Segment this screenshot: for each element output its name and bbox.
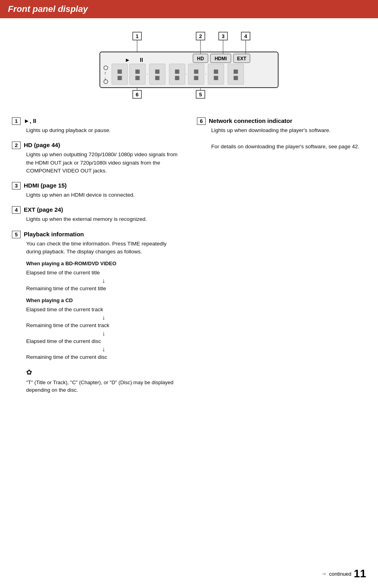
svg-text:.: . bbox=[185, 70, 187, 76]
section-3-header: 3 HDMI (page 15) bbox=[12, 182, 181, 190]
svg-rect-24 bbox=[149, 64, 165, 84]
svg-text:↓: ↓ bbox=[104, 76, 107, 80]
svg-text:.: . bbox=[205, 70, 206, 76]
section-2-title: HD (page 44) bbox=[24, 142, 60, 148]
svg-text:▐█▌: ▐█▌ bbox=[174, 69, 180, 74]
diagram-container: 1 2 3 4 ► II HD HDMI bbox=[12, 26, 366, 105]
bdrom-item-2: Remaining time of the current title bbox=[26, 285, 181, 293]
front-panel-diagram: 1 2 3 4 ► II HD HDMI bbox=[74, 30, 304, 102]
svg-rect-17 bbox=[112, 64, 128, 84]
arrow-down-3: ↓ bbox=[26, 330, 181, 337]
section-2: 2 HD (page 44) Lights up when outputting… bbox=[12, 142, 181, 175]
svg-text:▐█▌: ▐█▌ bbox=[193, 76, 199, 80]
svg-text:2: 2 bbox=[199, 33, 202, 39]
svg-text:4: 4 bbox=[244, 33, 247, 39]
svg-text:▐█▌: ▐█▌ bbox=[213, 76, 219, 80]
svg-text:▐█▌: ▐█▌ bbox=[233, 69, 239, 74]
section-5: 5 Playback information You can check the… bbox=[12, 231, 181, 394]
main-content: 1 2 3 4 ► II HD HDMI bbox=[0, 26, 378, 401]
svg-rect-35 bbox=[208, 64, 224, 84]
section-3: 3 HDMI (page 15) Lights up when an HDMI … bbox=[12, 182, 181, 199]
footer-arrow-icon: → bbox=[321, 571, 326, 577]
footer-page-number: 11 bbox=[354, 567, 366, 580]
svg-text:3: 3 bbox=[221, 33, 224, 39]
section-3-num: 3 bbox=[12, 182, 21, 190]
svg-text:▐█▌: ▐█▌ bbox=[154, 76, 160, 80]
cd-item-3: Elapsed time of the current disc bbox=[26, 337, 181, 345]
section-5-title: Playback information bbox=[24, 231, 84, 237]
page: Front panel display 1 2 3 4 bbox=[0, 0, 378, 588]
bdrom-item-1: Elapsed time of the current title bbox=[26, 269, 181, 277]
section-5-body: You can check the time information. Pres… bbox=[12, 240, 181, 394]
svg-text:►: ► bbox=[125, 57, 130, 63]
svg-text:EXT: EXT bbox=[237, 56, 246, 61]
svg-rect-38 bbox=[228, 64, 244, 84]
page-header: Front panel display bbox=[0, 0, 378, 18]
section-2-num: 2 bbox=[12, 142, 21, 149]
footer-continued-label: continued bbox=[329, 571, 351, 577]
cd-item-1: Elapsed time of the current track bbox=[26, 306, 181, 314]
section-4-body: Lights up when the external memory is re… bbox=[12, 215, 181, 223]
section-3-body: Lights up when an HDMI device is connect… bbox=[12, 191, 181, 199]
section-1-body: Lights up during playback or pause. bbox=[12, 126, 181, 134]
section-1-title: ►, II bbox=[24, 117, 36, 124]
section-4-header: 4 EXT (page 24) bbox=[12, 206, 181, 214]
cd-item-2: Remaining time of the current track bbox=[26, 322, 181, 329]
subsection-cd-title: When playing a CD bbox=[26, 297, 181, 305]
section-4-num: 4 bbox=[12, 206, 21, 214]
section-2-body: Lights up when outputting 720p/1080i/ 10… bbox=[12, 151, 181, 175]
section-5-num: 5 bbox=[12, 231, 21, 238]
tip-text: "T" (Title or Track), "C" (Chapter), or … bbox=[26, 379, 181, 394]
section-6-header: 6 Network connection indicator bbox=[197, 117, 366, 125]
svg-text:▐█▌: ▐█▌ bbox=[154, 69, 160, 74]
svg-text:↑: ↑ bbox=[104, 71, 107, 75]
svg-rect-27 bbox=[169, 64, 185, 84]
section-6-title: Network connection indicator bbox=[209, 117, 292, 124]
svg-text:▐█▌: ▐█▌ bbox=[213, 69, 219, 74]
tip-icon: ✿ bbox=[26, 367, 181, 378]
page-title: Front panel display bbox=[8, 4, 370, 14]
section-1-header: 1 ►, II bbox=[12, 117, 181, 125]
left-column: 1 ►, II Lights up during playback or pau… bbox=[12, 117, 181, 401]
section-6-text: Lights up when downloading the player's … bbox=[211, 127, 359, 149]
section-1: 1 ►, II Lights up during playback or pau… bbox=[12, 117, 181, 134]
svg-text:6: 6 bbox=[136, 92, 138, 98]
section-1-num: 1 bbox=[12, 117, 21, 125]
page-footer: → continued 11 bbox=[321, 567, 366, 580]
svg-rect-31 bbox=[188, 64, 204, 84]
svg-text:HDMI: HDMI bbox=[215, 56, 227, 61]
tip-container: ✿ "T" (Title or Track), "C" (Chapter), o… bbox=[26, 367, 181, 394]
svg-text:▐█▌: ▐█▌ bbox=[233, 76, 239, 80]
section-6-body: Lights up when downloading the player's … bbox=[197, 126, 366, 151]
section-6: 6 Network connection indicator Lights up… bbox=[197, 117, 366, 151]
svg-text:▐█▌: ▐█▌ bbox=[116, 76, 123, 80]
arrow-down-4: ↓ bbox=[26, 346, 181, 352]
svg-text:1: 1 bbox=[136, 33, 138, 39]
section-5-intro: You can check the time information. Pres… bbox=[26, 241, 166, 255]
right-column: 6 Network connection indicator Lights up… bbox=[197, 117, 366, 401]
section-4: 4 EXT (page 24) Lights up when the exter… bbox=[12, 206, 181, 223]
svg-text:HD: HD bbox=[197, 56, 204, 61]
svg-text:▐█▌: ▐█▌ bbox=[193, 69, 199, 74]
svg-text:II: II bbox=[140, 57, 143, 63]
section-4-title: EXT (page 24) bbox=[24, 206, 63, 213]
section-2-header: 2 HD (page 44) bbox=[12, 142, 181, 149]
arrow-down-1: ↓ bbox=[26, 278, 181, 284]
svg-text:.: . bbox=[147, 70, 148, 76]
subsection-bdrom-title: When playing a BD-ROM/DVD VIDEO bbox=[26, 260, 181, 268]
svg-text:▐█▌: ▐█▌ bbox=[134, 76, 141, 80]
section-5-header: 5 Playback information bbox=[12, 231, 181, 238]
svg-rect-20 bbox=[130, 64, 145, 84]
section-3-title: HDMI (page 15) bbox=[24, 182, 67, 189]
content-columns: 1 ►, II Lights up during playback or pau… bbox=[12, 117, 366, 401]
svg-text:▐█▌: ▐█▌ bbox=[116, 69, 123, 74]
svg-text:▐█▌: ▐█▌ bbox=[134, 69, 141, 74]
arrow-down-2: ↓ bbox=[26, 314, 181, 321]
svg-text:▐█▌: ▐█▌ bbox=[174, 76, 180, 80]
svg-text:5: 5 bbox=[199, 92, 202, 98]
cd-item-4: Remaining time of the current disc bbox=[26, 353, 181, 361]
section-6-num: 6 bbox=[197, 117, 206, 125]
